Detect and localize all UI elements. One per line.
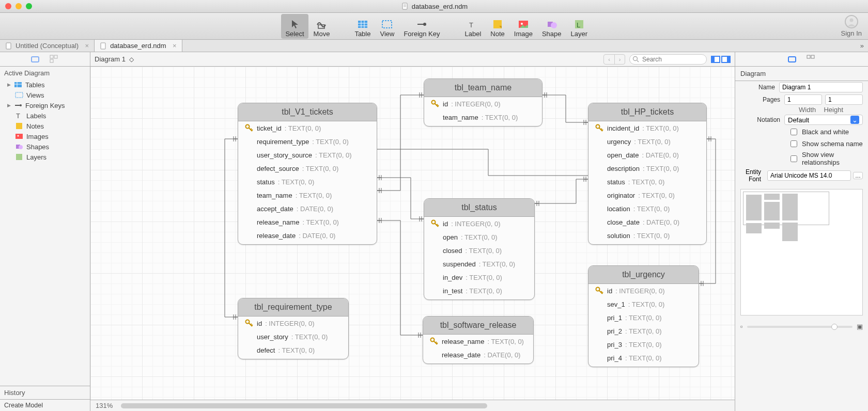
document-tab[interactable]: Untitled (Conceptual)× [0,40,95,52]
close-tab-icon[interactable]: × [173,42,177,50]
erd-column: open_date: DATE(0, 0) [588,148,706,162]
tree-tables[interactable]: ▶Tables [0,80,90,90]
svg-rect-36 [16,134,23,139]
tree-images[interactable]: Images [0,131,90,141]
erd-column: pri_4: TEXT(0, 0) [588,351,699,367]
canvas-statusbar: 131% [90,400,735,411]
right-pane-toggle-icon[interactable] [721,56,731,63]
pages-width-input[interactable] [784,94,822,105]
tool-move[interactable]: Move [309,14,334,39]
svg-line-95 [251,129,252,130]
tool-foreign-key[interactable]: Foreign Key [399,14,444,39]
pages-height-input[interactable] [825,94,863,105]
tool-view[interactable]: View [376,14,398,39]
tree-label: Layers [26,153,47,161]
close-tab-icon[interactable]: × [85,42,89,50]
notation-select[interactable]: Default⌄ [784,115,863,125]
nav-back-icon[interactable]: ‹ [604,55,614,64]
diagram-selector[interactable]: Diagram 1 ◇ [95,55,134,63]
entity-font-input[interactable] [767,170,851,181]
notation-label: Notation [740,116,784,123]
document-icon [100,42,107,50]
erd-canvas[interactable]: tbl_team_nameid: INTEGER(0, 0)team_name:… [90,67,735,411]
pane-toggles[interactable] [711,56,731,63]
views-icon [15,91,23,99]
tool-buttons: SelectMoveTableViewForeign KeyTLabelNote… [281,14,592,39]
minimap-tab-icon[interactable] [807,55,816,64]
erd-column: description: TEXT(0, 0) [588,162,706,175]
nav-forward-icon[interactable]: › [614,55,625,64]
tool-image[interactable]: Image [510,14,537,39]
viewrel-label: Show view relationships [802,151,863,166]
tree-views[interactable]: Views [0,90,90,100]
svg-rect-25 [50,55,53,58]
horizontal-scrollbar[interactable] [121,403,732,408]
tool-note[interactable]: Note [486,14,508,39]
close-window-icon[interactable] [5,3,11,9]
primary-key-icon [595,123,604,133]
show-schema-checkbox[interactable] [791,140,797,147]
shapes-icon [15,143,23,151]
erd-table-tbl_V1_tickets[interactable]: tbl_V1_ticketsticket_id: TEXT(0, 0)requi… [238,103,377,245]
svg-line-131 [601,129,602,130]
svg-rect-0 [402,3,407,9]
minimap[interactable] [740,189,863,315]
erd-column: status: TEXT(0, 0) [238,175,377,188]
tree-label: Notes [26,122,44,130]
model-pane-icon[interactable] [50,55,59,64]
tree-label: Foreign Keys [25,102,65,109]
svg-line-192 [252,325,253,326]
zoom-in-icon[interactable]: ▣ [857,323,863,330]
tool-select[interactable]: Select [281,14,308,39]
zoom-out-icon[interactable]: ▫ [740,323,743,330]
zoom-level[interactable]: 131% [90,402,118,409]
signin-button[interactable]: Sign In [841,15,862,37]
erd-table-tbl_requirement_type[interactable]: tbl_requirement_typeid: INTEGER(0, 0)use… [238,298,349,359]
erd-table-header: tbl_urgency [588,266,699,284]
document-tab[interactable]: database_erd.ndm× [95,40,182,52]
tab-label: database_erd.ndm [110,42,166,50]
zoom-knob[interactable] [831,324,838,330]
entity-font-more-button[interactable]: … [853,172,863,179]
show-view-rel-checkbox[interactable] [791,155,797,162]
tool-layer[interactable]: LLayer [567,14,592,39]
erd-table-tbl_urgency[interactable]: tbl_urgencyid: INTEGER(0, 0)sev_1: TEXT(… [588,265,699,367]
tool-shape[interactable]: Shape [538,14,566,39]
properties-tab-icon[interactable] [788,55,797,64]
tree-labels[interactable]: TLabels [0,110,90,121]
erd-column: id: INTEGER(0, 0) [588,284,699,297]
diagram-name-input[interactable] [779,82,863,92]
minimap-zoom[interactable]: ▫ ▣ [735,321,868,333]
svg-line-168 [438,225,439,226]
erd-table-tbl_status[interactable]: tbl_statusid: INTEGER(0, 0)open: TEXT(0,… [424,198,535,300]
erd-column: sev_1: TEXT(0, 0) [588,297,699,311]
svg-point-41 [633,56,638,60]
minimize-window-icon[interactable] [16,3,22,9]
diagram-pane-icon[interactable] [31,55,40,64]
width-label: Width [799,106,816,114]
nav-arrows[interactable]: ‹› [603,54,625,65]
tree-foreign-keys[interactable]: ▶Foreign Keys [0,100,90,110]
black-white-checkbox[interactable] [791,129,797,135]
history-item[interactable]: Create Model [0,400,90,411]
tree-layers[interactable]: Layers [0,152,90,162]
erd-column: pri_1: TEXT(0, 0) [588,311,699,324]
history-heading: History [0,386,90,400]
tree-shapes[interactable]: Shapes [0,141,90,152]
svg-line-212 [602,292,603,293]
erd-table-tbl_team_name[interactable]: tbl_team_nameid: INTEGER(0, 0)team_name:… [424,78,542,127]
erd-column: id: INTEGER(0, 0) [424,217,534,230]
svg-rect-35 [16,123,22,129]
zoom-window-icon[interactable] [26,3,32,9]
left-pane-toggle-icon[interactable] [711,56,720,63]
tree-notes[interactable]: Notes [0,121,90,131]
tabs-overflow-icon[interactable]: » [856,40,868,52]
erd-table-tbl_HP_tickets[interactable]: tbl_HP_ticketsincident_id: TEXT(0, 0)urg… [588,103,707,245]
tool-label[interactable]: TLabel [461,14,486,39]
primary-key-icon [430,219,440,228]
chevron-down-icon: ⌄ [850,116,859,124]
erd-table-tbl_software_release[interactable]: tbl_software_releaserelease_name: TEXT(0… [423,316,534,364]
search-input[interactable] [629,54,707,65]
tool-table[interactable]: Table [350,14,375,39]
svg-line-204 [437,343,438,344]
